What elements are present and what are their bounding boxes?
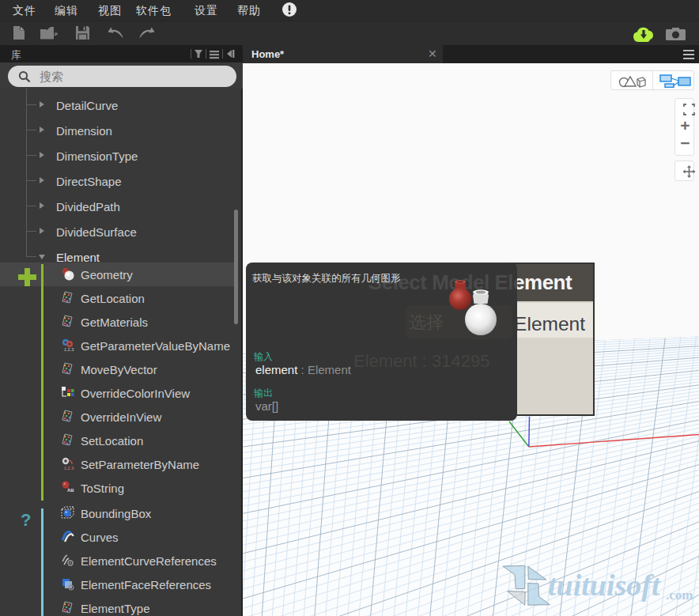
svg-text:AB: AB	[67, 488, 74, 493]
svg-text:1.2.3: 1.2.3	[64, 466, 74, 471]
svg-text:1.2.3: 1.2.3	[64, 347, 74, 352]
